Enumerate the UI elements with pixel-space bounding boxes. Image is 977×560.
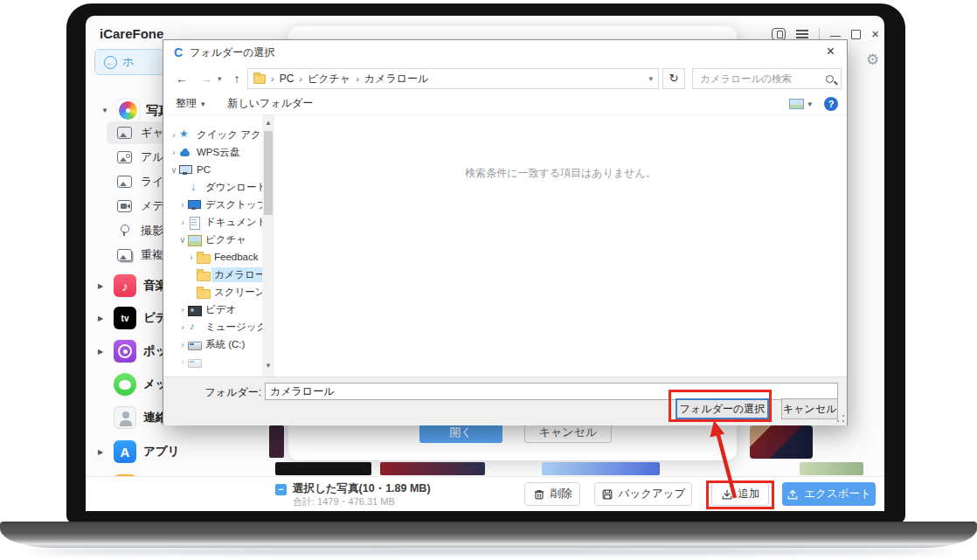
breadcrumb-camera-roll[interactable]: カメラロール xyxy=(364,72,428,86)
photo-thumbnail[interactable] xyxy=(542,462,660,475)
tree-expander-icon[interactable]: › xyxy=(169,148,179,157)
folder-select-dialog: C フォルダーの選択 × ← → ▾ ↑ › PC › ピクチャ › カメラロー… xyxy=(163,39,848,425)
nav-history-chevron-icon[interactable]: ▾ xyxy=(218,74,222,83)
device-connect-icon[interactable] xyxy=(772,28,786,40)
highlight-box-select-folder xyxy=(669,390,772,422)
tree-expander-icon[interactable]: ∨ xyxy=(177,235,188,245)
photo-thumbnail[interactable] xyxy=(380,462,485,475)
resize-grip-icon[interactable] xyxy=(836,414,845,423)
tree-item-icon xyxy=(197,287,210,298)
back-arrow-icon: ← xyxy=(104,56,117,69)
photo-thumbnail[interactable] xyxy=(750,425,813,459)
tree-item[interactable]: ダウンロード xyxy=(163,178,262,196)
tree-item[interactable]: › デスクトップ xyxy=(163,196,262,213)
photo-thumbnail[interactable] xyxy=(800,462,863,475)
export-label: エクスポート xyxy=(804,487,870,501)
sidebar-section[interactable]: メッ xyxy=(98,371,168,398)
tree-expander-icon[interactable]: › xyxy=(186,252,197,262)
expand-triangle-icon[interactable]: ▶ xyxy=(98,348,107,356)
minimize-button[interactable] xyxy=(830,36,841,38)
menu-icon[interactable] xyxy=(796,30,808,38)
photo-thumbnail[interactable] xyxy=(275,462,371,475)
tree-expander-icon[interactable]: › xyxy=(177,322,188,332)
address-bar[interactable]: › PC › ピクチャ › カメラロール ▾ xyxy=(247,68,659,89)
sidebar-section[interactable]: ▶ ポッ xyxy=(98,338,168,364)
tree-item-label: WPS云盘 xyxy=(194,145,242,160)
tree-item[interactable]: ∨ ピクチャ xyxy=(163,231,262,248)
sidebar-section[interactable]: ▶ A アプリ xyxy=(98,439,179,465)
sidebar-subitem-icon xyxy=(117,151,132,163)
expand-triangle-icon[interactable]: ▶ xyxy=(98,448,107,456)
back-home-button[interactable]: ← ホ xyxy=(94,49,164,75)
nav-back-icon[interactable]: ← xyxy=(176,72,188,86)
maximize-button[interactable] xyxy=(851,30,861,39)
tree-item[interactable]: › ミュージック xyxy=(163,318,262,335)
sidebar-item-photos[interactable]: ▼ 写真 xyxy=(101,100,170,121)
nav-up-icon[interactable]: ↑ xyxy=(234,72,240,86)
tree-item-label: ミュージック xyxy=(203,320,262,335)
search-input[interactable] xyxy=(700,73,826,84)
expand-triangle-icon[interactable]: ▶ xyxy=(98,282,107,290)
backup-button[interactable]: バックアップ xyxy=(594,482,692,506)
tree-item-selected[interactable]: カメラロール xyxy=(163,266,262,283)
sidebar-section[interactable]: 連絡 xyxy=(98,404,167,431)
search-box[interactable] xyxy=(692,68,842,89)
tree-expander-icon[interactable]: › xyxy=(177,357,188,367)
tree-item[interactable]: › WPS云盘 xyxy=(163,143,262,161)
tree-expander-icon[interactable]: › xyxy=(177,340,188,349)
tree-expander-icon[interactable]: › xyxy=(169,130,179,140)
gear-icon[interactable]: ⚙ xyxy=(866,51,879,69)
sidebar-section[interactable]: ▶ tv ビデ xyxy=(98,305,168,331)
delete-label: 削除 xyxy=(551,487,572,501)
tree-item-icon xyxy=(188,321,201,333)
tree-item-label: PC xyxy=(194,163,213,176)
expand-triangle-icon[interactable]: ▶ xyxy=(98,315,107,322)
tree-item[interactable]: › xyxy=(163,353,262,370)
sidebar-section[interactable]: ▶ ♪ 音楽 xyxy=(98,273,167,299)
tree-item[interactable]: スクリーンショット xyxy=(163,283,262,301)
refresh-button[interactable]: ↻ xyxy=(662,68,685,89)
scrollbar-thumb[interactable] xyxy=(264,131,273,215)
organize-menu[interactable]: 整理 ▾ xyxy=(176,96,205,111)
tree-item-icon xyxy=(179,129,192,141)
photo-thumbnail[interactable] xyxy=(269,425,284,458)
tree-item[interactable]: › Feedback xyxy=(163,248,262,266)
breadcrumb-pc[interactable]: PC xyxy=(280,73,294,85)
tree-item[interactable]: › 系統 (C:) xyxy=(163,335,262,353)
new-folder-button[interactable]: 新しいフォルダー xyxy=(228,96,314,111)
icarefone-logo-icon: C xyxy=(174,45,183,59)
breadcrumb-pictures[interactable]: ピクチャ xyxy=(308,72,350,86)
nav-forward-icon[interactable]: → xyxy=(200,72,212,86)
dialog-close-button[interactable]: × xyxy=(827,44,835,59)
help-icon[interactable]: ? xyxy=(824,97,838,111)
view-caret-icon: ▾ xyxy=(807,100,812,108)
tree-expander-icon[interactable]: ∨ xyxy=(169,165,179,175)
tree-item-label: カメラロール xyxy=(211,267,262,282)
annotation-arrow xyxy=(695,419,747,502)
collapse-triangle-icon[interactable]: ▼ xyxy=(101,107,110,114)
tree-expander-icon[interactable]: › xyxy=(177,218,188,227)
tree-item-icon xyxy=(188,304,201,315)
delete-button[interactable]: 削除 xyxy=(524,482,580,506)
tree-expander-icon[interactable]: › xyxy=(177,305,188,315)
scroll-down-icon[interactable]: ▼ xyxy=(262,360,274,372)
tree-expander-icon[interactable]: › xyxy=(177,200,188,210)
window-controls: × xyxy=(772,28,879,40)
tree-item[interactable]: ∨ PC xyxy=(163,161,262,178)
export-button[interactable]: エクスポート xyxy=(782,482,876,506)
cancel-button[interactable]: キャンセル xyxy=(781,398,838,419)
tree-item[interactable]: › クイック アクセス xyxy=(163,126,262,143)
search-icon[interactable] xyxy=(826,75,834,83)
dialog-nav-row: ← → ▾ ↑ › PC › ピクチャ › カメラロール ▾ ↻ xyxy=(163,66,847,91)
sidebar-subitem-icon xyxy=(117,176,132,188)
tree-item[interactable]: › ドキュメント xyxy=(163,213,262,231)
close-button[interactable]: × xyxy=(871,28,879,40)
view-mode-control[interactable]: ▾ xyxy=(789,99,812,109)
address-dropdown-icon[interactable]: ▾ xyxy=(648,74,653,83)
sidebar-subitem-label: 撮影 xyxy=(141,223,163,239)
tree-scrollbar[interactable]: ▲ ▼ xyxy=(262,115,274,377)
tree-item[interactable]: › ビデオ xyxy=(163,301,262,318)
select-all-checkbox[interactable]: − xyxy=(275,484,287,495)
folder-name-label: フォルダー: xyxy=(190,385,261,400)
scroll-up-icon[interactable]: ▲ xyxy=(262,117,274,129)
